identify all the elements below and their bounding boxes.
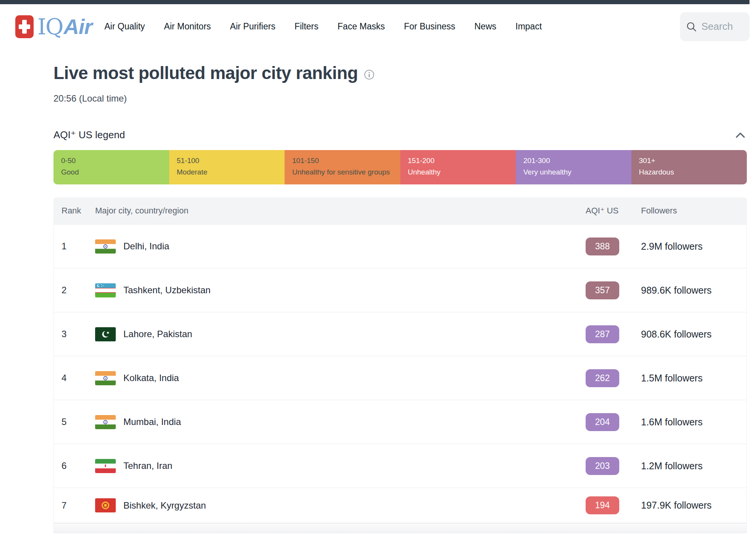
rank-cell: 7 [62,500,95,511]
rank-cell: 6 [62,460,95,471]
legend-segment-201-300: 201-300Very unhealthy [516,150,631,184]
followers-cell: 1.6M followers [641,417,746,428]
legend-range: 101-150 [292,155,400,166]
nav-item-face-masks[interactable]: Face Masks [338,21,385,32]
city-cell[interactable]: Delhi, India [95,239,586,254]
top-accent-bar [0,0,750,4]
aqi-badge: 357 [586,281,619,299]
table-header-col-rank: Rank [62,206,95,216]
city-cell[interactable]: Mumbai, India [95,415,586,429]
city-name: Tehran, Iran [123,460,172,471]
info-icon[interactable] [364,69,374,80]
followers-cell: 197.9K followers [641,500,746,511]
search-icon [686,21,697,32]
nav-item-impact[interactable]: Impact [515,21,542,32]
flag-in-icon [95,239,116,254]
logo-text-iq: IQ [37,14,63,40]
rank-cell: 2 [62,285,95,296]
city-cell[interactable]: Bishkek, Kyrgyzstan [95,498,586,512]
aqi-badge: 203 [586,457,619,475]
table-body: 1Delhi, India3882.9M followers2Tashkent,… [54,224,746,523]
followers-cell: 1.2M followers [641,460,746,472]
aqi-badge: 194 [586,496,619,514]
nav-item-filters[interactable]: Filters [295,21,319,32]
legend-label: Unhealthy for sensitive groups [292,166,400,178]
legend-range: 151-200 [408,155,516,166]
city-name: Delhi, India [123,241,169,252]
flag-uz-icon [95,283,116,297]
legend-label: Very unhealthy [523,166,631,178]
followers-cell: 989.6K followers [641,285,746,296]
page-title: Live most polluted major city ranking [53,63,358,83]
table-row[interactable]: 1Delhi, India3882.9M followers [54,224,746,268]
legend-range: 51-100 [177,155,285,166]
legend-label: Hazardous [639,166,747,178]
table-row[interactable]: 4Kolkata, India2621.5M followers [54,356,746,400]
city-name: Lahore, Pakistan [123,329,192,339]
city-cell[interactable]: Lahore, Pakistan [95,327,586,341]
ranking-table: RankMajor city, country/regionAQI⁺ USFol… [53,197,747,523]
city-cell[interactable]: Tehran, Iran [95,459,586,473]
city-name: Bishkek, Kyrgyzstan [123,500,206,511]
search-input[interactable] [701,21,743,32]
main-content: Live most polluted major city ranking 20… [53,63,747,533]
flag-kg-icon [95,498,116,512]
flag-pk-icon [95,327,116,341]
table-row[interactable]: 2Tashkent, Uzbekistan357989.6K followers [54,268,746,312]
flag-in-icon [95,415,116,429]
legend-segment-51-100: 51-100Moderate [169,150,285,184]
search-box[interactable] [680,12,750,41]
nav-item-news[interactable]: News [474,21,497,32]
table-row[interactable]: 3Lahore, Pakistan287908.6K followers [54,312,746,356]
main-nav: Air QualityAir MonitorsAir PurifiersFilt… [104,21,542,32]
rank-cell: 4 [62,373,95,383]
followers-cell: 1.5M followers [641,373,746,384]
table-row[interactable]: 5Mumbai, India2041.6M followers [54,400,746,444]
rank-cell: 1 [62,241,95,252]
followers-cell: 2.9M followers [641,241,746,252]
legend-title: AQI⁺ US legend [53,129,125,141]
nav-item-air-purifiers[interactable]: Air Purifiers [230,21,275,32]
table-header-col-followers: Followers [641,206,746,216]
rank-cell: 3 [62,329,95,339]
rank-cell: 5 [62,417,95,427]
table-header: RankMajor city, country/regionAQI⁺ USFol… [54,197,746,224]
site-header: IQ Air Air QualityAir MonitorsAir Purifi… [0,4,750,49]
table-row[interactable]: 6Tehran, Iran2031.2M followers [54,444,746,488]
iqair-logo[interactable]: IQ Air [15,14,92,40]
city-cell[interactable]: Tashkent, Uzbekistan [95,283,586,297]
followers-cell: 908.6K followers [641,329,746,340]
legend-segment-151-200: 151-200Unhealthy [400,150,516,184]
aqi-badge: 287 [586,325,619,343]
legend-segment-0-50: 0-50Good [53,150,169,184]
local-time: 20:56 (Local time) [53,93,747,104]
aqi-legend-bar: 0-50Good51-100Moderate101-150Unhealthy f… [53,150,747,184]
chevron-up-icon[interactable] [734,130,747,140]
nav-item-air-quality[interactable]: Air Quality [104,21,145,32]
legend-range: 0-50 [61,155,169,166]
city-name: Mumbai, India [123,417,181,427]
logo-text-air: Air [63,14,92,39]
legend-label: Good [61,166,169,178]
flag-in-icon [95,371,116,385]
city-name: Tashkent, Uzbekistan [123,285,210,296]
legend-range: 301+ [639,155,747,166]
legend-range: 201-300 [523,155,631,166]
aqi-badge: 262 [586,369,619,387]
page: IQ Air Air QualityAir MonitorsAir Purifi… [0,0,750,538]
table-row[interactable]: 7Bishkek, Kyrgyzstan194197.9K followers [54,488,746,523]
aqi-badge: 204 [586,413,619,431]
nav-item-air-monitors[interactable]: Air Monitors [164,21,211,32]
legend-label: Moderate [177,166,285,178]
flag-ir-icon [95,459,116,473]
city-name: Kolkata, India [123,373,179,383]
nav-item-for-business[interactable]: For Business [404,21,455,32]
legend-label: Unhealthy [408,166,516,178]
legend-segment-301+: 301+Hazardous [631,150,747,184]
legend-segment-101-150: 101-150Unhealthy for sensitive groups [285,150,400,184]
city-cell[interactable]: Kolkata, India [95,371,586,385]
aqi-badge: 388 [586,237,619,255]
table-footer-strip [53,523,747,533]
table-header-col-city: Major city, country/region [95,206,586,216]
swiss-cross-icon [15,15,34,38]
